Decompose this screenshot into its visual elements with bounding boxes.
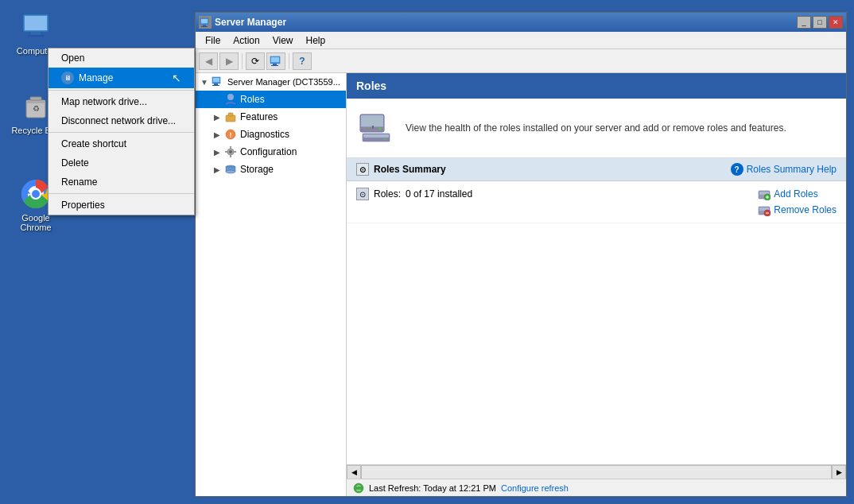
tree-panel: ▼ Server Manager (DCT3559... ▶ <box>196 73 347 496</box>
manage-icon: 🖥 <box>61 72 74 84</box>
cursor-indicator: ↖ <box>172 72 181 84</box>
svg-rect-31 <box>230 146 231 149</box>
help-button[interactable]: ? <box>293 52 312 70</box>
svg-rect-1 <box>25 16 47 30</box>
context-menu-map-drive[interactable]: Map network drive... <box>49 92 194 111</box>
summary-title: Roles Summary <box>374 164 446 175</box>
horizontal-scrollbar[interactable]: ◀ ▶ <box>347 464 846 479</box>
toolbar-sep-1 <box>242 53 243 69</box>
main-content: ▼ Server Manager (DCT3559... ▶ <box>196 73 846 496</box>
separator-1 <box>49 90 194 91</box>
tree-item-storage[interactable]: ▶ Storage <box>196 161 346 178</box>
title-bar-icon <box>199 16 212 29</box>
separator-3 <box>49 193 194 194</box>
tree-item-configuration[interactable]: ▶ Configuration <box>196 143 346 161</box>
remove-roles-link[interactable]: Remove Roles <box>758 204 837 216</box>
tree-icon-features <box>224 110 237 123</box>
tree-item-roles[interactable]: ▶ Roles <box>196 91 346 108</box>
svg-rect-54 <box>766 213 769 214</box>
svg-rect-15 <box>201 26 208 27</box>
title-bar: Server Manager _ □ ✕ <box>196 13 846 32</box>
server-manager-window: Server Manager _ □ ✕ File Action View He… <box>195 12 847 497</box>
svg-rect-32 <box>230 155 231 157</box>
menu-bar: File Action View Help <box>196 32 846 49</box>
svg-rect-19 <box>271 65 278 66</box>
context-menu-properties[interactable]: Properties <box>49 196 194 215</box>
summary-header: ⊙ Roles Summary ? Roles Summary Help <box>347 158 846 181</box>
svg-rect-50 <box>767 196 768 199</box>
context-menu-delete[interactable]: Delete <box>49 153 194 173</box>
svg-rect-34 <box>234 151 236 153</box>
configure-refresh-text: Configure refresh <box>501 483 569 493</box>
manage-label: Manage <box>79 72 113 83</box>
menu-file[interactable]: File <box>199 33 227 48</box>
map-drive-label: Map network drive... <box>61 96 147 107</box>
menu-help[interactable]: Help <box>300 33 332 48</box>
collapse-button[interactable]: ⊙ <box>356 163 369 176</box>
svg-rect-17 <box>271 57 279 62</box>
back-button[interactable]: ◀ <box>199 52 218 70</box>
roles-value: 0 of 17 installed <box>406 188 472 200</box>
add-roles-link[interactable]: Add Roles <box>758 188 837 200</box>
disconnect-drive-label: Disconnect network drive... <box>61 115 176 126</box>
add-roles-label: Add Roles <box>774 188 817 200</box>
toolbar-sep-2 <box>289 53 289 69</box>
svg-rect-14 <box>203 25 206 26</box>
tree-expand-configuration: ▶ <box>212 146 223 157</box>
scroll-track[interactable] <box>361 465 832 479</box>
roles-header-title: Roles <box>356 79 386 92</box>
context-menu-manage[interactable]: 🖥 Manage ↖ <box>49 68 194 88</box>
roles-summary-help-text: Roles Summary Help <box>747 164 837 175</box>
menu-action[interactable]: Action <box>227 33 266 48</box>
context-menu-disconnect-drive[interactable]: Disconnect network drive... <box>49 111 194 130</box>
chrome-icon-img <box>20 178 52 210</box>
tree-icon-roles <box>224 93 237 106</box>
configure-refresh-link[interactable]: Configure refresh <box>501 483 569 493</box>
remove-roles-label: Remove Roles <box>774 204 837 215</box>
svg-rect-5 <box>26 100 45 103</box>
tree-expand-features: ▶ <box>212 111 223 122</box>
tree-expand-storage: ▶ <box>212 164 223 175</box>
tree-item-features[interactable]: ▶ Features <box>196 108 346 126</box>
roles-collapse-btn[interactable]: ⊙ <box>356 188 369 200</box>
scroll-right-btn[interactable]: ▶ <box>832 465 846 479</box>
maximize-button[interactable]: □ <box>813 16 827 29</box>
chrome-icon-label: Google Chrome <box>11 213 60 232</box>
close-button[interactable]: ✕ <box>829 16 843 29</box>
tree-root[interactable]: ▼ Server Manager (DCT3559... <box>196 73 346 91</box>
svg-rect-22 <box>214 83 218 85</box>
roles-actions: Add Roles Remove Rol <box>758 188 837 216</box>
context-menu-open[interactable]: Open <box>49 48 194 68</box>
scroll-left-btn[interactable]: ◀ <box>347 465 361 479</box>
tree-icon-diagnostics: ! <box>224 128 237 141</box>
create-shortcut-label: Create shortcut <box>61 138 126 149</box>
context-menu-create-shortcut[interactable]: Create shortcut <box>49 134 194 153</box>
context-menu-rename[interactable]: Rename <box>49 173 194 192</box>
svg-rect-13 <box>201 19 208 23</box>
roles-label-container: ⊙ Roles: 0 of 17 installed <box>356 188 472 200</box>
tree-expand-root: ▼ <box>199 76 210 87</box>
tree-root-label: Server Manager (DCT3559... <box>227 77 340 87</box>
svg-text:!: ! <box>230 131 232 139</box>
forward-button[interactable]: ▶ <box>219 52 239 70</box>
refresh-button[interactable]: ⟳ <box>246 52 265 70</box>
delete-label: Delete <box>61 157 89 169</box>
properties-label: Properties <box>61 200 105 211</box>
svg-point-44 <box>384 138 386 140</box>
roles-row: ⊙ Roles: 0 of 17 installed <box>347 181 846 223</box>
svg-rect-33 <box>225 151 227 153</box>
computer-icon-img <box>20 11 52 43</box>
tree-item-diagnostics[interactable]: ▶ ! Diagnostics <box>196 126 346 143</box>
roles-summary-help-link[interactable]: ? Roles Summary Help <box>731 163 837 176</box>
console-button[interactable] <box>266 52 285 70</box>
refresh-status-icon <box>353 483 364 494</box>
tree-label-roles: Roles <box>240 94 265 105</box>
menu-view[interactable]: View <box>266 33 300 48</box>
svg-rect-7 <box>30 97 41 100</box>
roles-description-text: View the health of the roles installed o… <box>406 122 786 134</box>
tree-expand-diagnostics: ▶ <box>212 129 223 140</box>
separator-2 <box>49 132 194 133</box>
right-panel: Roles View the health of t <box>347 73 846 496</box>
summary-section: ⊙ Roles Summary ? Roles Summary Help ⊙ R… <box>347 158 846 464</box>
minimize-button[interactable]: _ <box>797 16 811 29</box>
